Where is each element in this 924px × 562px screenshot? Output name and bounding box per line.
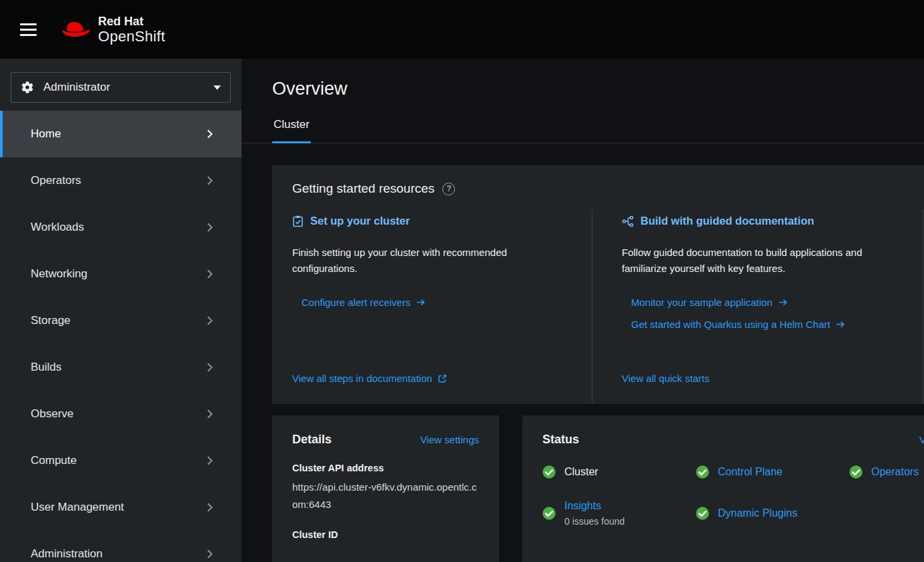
external-link-icon (438, 374, 447, 383)
status-title: Status (542, 433, 924, 447)
chevron-right-icon (206, 409, 213, 419)
chevron-right-icon (206, 549, 213, 559)
status-link-dynamic-plugins[interactable]: Dynamic Plugins (718, 507, 797, 519)
sidebar-item-label: Builds (31, 361, 61, 374)
sidebar-item-label: Storage (31, 314, 71, 327)
chevron-right-icon (206, 503, 213, 512)
getting-started-card: Getting started resources ? Set up you (272, 165, 924, 404)
status-link-operators[interactable]: Operators (871, 466, 919, 478)
view-all-quick-starts-link[interactable]: View all quick starts (622, 373, 896, 384)
sidebar-item-networking[interactable]: Networking (0, 251, 242, 297)
page-title: Overview (272, 79, 924, 99)
sidebar-item-compute[interactable]: Compute (0, 437, 242, 484)
details-card: Details View settings Cluster API addres… (272, 415, 499, 562)
masthead-logo[interactable]: Red Hat OpenShift (61, 15, 165, 45)
guided-documentation-description: Follow guided documentation to build app… (622, 245, 896, 277)
sidebar-item-label: Home (31, 127, 61, 141)
sidebar-item-label: Workloads (31, 221, 84, 234)
sidebar-item-user-management[interactable]: User Management (0, 484, 242, 531)
arrow-right-icon (779, 299, 787, 306)
brand-redhat-text: Red Hat (98, 15, 165, 28)
sidebar-item-label: User Management (31, 501, 124, 514)
sidebar-item-storage[interactable]: Storage (0, 297, 242, 344)
check-circle-icon (542, 507, 556, 520)
status-item-insights: Insights 0 issues found (542, 500, 696, 527)
setup-cluster-column: Set up your cluster Finish setting up yo… (272, 209, 592, 404)
chevron-right-icon (206, 363, 213, 372)
status-item-dynamic-plugins: Dynamic Plugins (696, 500, 849, 527)
chevron-right-icon (206, 269, 213, 279)
status-link-control-plane[interactable]: Control Plane (718, 466, 783, 478)
sidebar-item-label: Administration (31, 547, 103, 561)
check-circle-icon (696, 507, 709, 520)
sidebar-nav: Home Operators Workloads Networking Stor… (0, 111, 242, 562)
sidebar-item-workloads[interactable]: Workloads (0, 204, 242, 251)
redhat-fedora-icon (61, 19, 91, 39)
gear-icon (21, 81, 33, 93)
nav-toggle-button[interactable] (13, 15, 43, 44)
perspective-switcher[interactable]: Administrator (11, 72, 231, 103)
view-all-steps-link[interactable]: View all steps in documentation (292, 373, 565, 384)
chevron-right-icon (206, 456, 213, 465)
status-link-insights[interactable]: Insights (564, 500, 601, 511)
configure-alert-receivers-link[interactable]: Configure alert receivers (302, 297, 565, 308)
details-title: Details (292, 433, 332, 447)
guided-route-icon (622, 215, 634, 227)
status-item-operators: Operators (849, 465, 924, 479)
console-layout: Administrator Home Operators Workloads N… (0, 59, 924, 562)
status-item-cluster: Cluster (542, 465, 696, 479)
masthead: Red Hat OpenShift (0, 0, 924, 59)
chevron-right-icon (206, 176, 213, 185)
details-list: Cluster API address https://api.cluster-… (292, 463, 479, 540)
clipboard-check-icon (292, 215, 304, 227)
check-circle-icon (542, 465, 556, 479)
brand-openshift-text: OpenShift (98, 28, 165, 45)
main-content: Overview Cluster Getting started resourc… (242, 59, 924, 562)
status-grid: Cluster Control Plane Operators Insights (542, 465, 924, 527)
tab-bar: Cluster (242, 114, 924, 143)
chevron-right-icon (206, 129, 213, 139)
help-icon[interactable]: ? (442, 183, 455, 195)
chevron-right-icon (206, 223, 213, 232)
detail-label-cluster-id: Cluster ID (292, 529, 479, 540)
caret-down-icon (213, 85, 221, 90)
view-alerts-link[interactable]: View alerts (919, 434, 924, 445)
arrow-right-icon (836, 321, 845, 328)
sidebar-item-home[interactable]: Home (0, 111, 242, 157)
monitor-sample-application-link[interactable]: Monitor your sample application (631, 297, 896, 308)
insights-issues-count: 0 issues found (564, 516, 624, 527)
check-circle-icon (849, 465, 863, 479)
overview-cards-row: Details View settings Cluster API addres… (272, 415, 924, 562)
setup-cluster-link[interactable]: Set up your cluster (292, 215, 565, 227)
sidebar-item-observe[interactable]: Observe (0, 391, 242, 437)
sidebar-item-label: Compute (31, 454, 77, 467)
quarkus-helm-chart-link[interactable]: Get started with Quarkus using a Helm Ch… (631, 319, 896, 330)
setup-cluster-description: Finish setting up your cluster with reco… (292, 245, 565, 277)
status-item-control-plane: Control Plane (696, 465, 849, 479)
detail-value-cluster-api-address: https://api.cluster-v6fkv.dynamic.opentl… (292, 479, 479, 513)
check-circle-icon (696, 465, 709, 479)
view-settings-link[interactable]: View settings (420, 434, 479, 445)
guided-documentation-column: Build with guided documentation Follow g… (592, 209, 923, 404)
chevron-right-icon (206, 316, 213, 325)
detail-label-cluster-api-address: Cluster API address (292, 463, 479, 473)
sidebar-item-builds[interactable]: Builds (0, 344, 242, 391)
sidebar-item-operators[interactable]: Operators (0, 157, 242, 204)
status-card: Status View alerts Cluster Control Plane… (522, 415, 924, 562)
tab-cluster[interactable]: Cluster (272, 114, 311, 143)
sidebar-item-administration[interactable]: Administration (0, 531, 242, 562)
sidebar-item-label: Networking (31, 267, 87, 281)
status-label-cluster: Cluster (564, 466, 598, 478)
arrow-right-icon (416, 299, 425, 306)
sidebar: Administrator Home Operators Workloads N… (0, 59, 242, 562)
perspective-label: Administrator (43, 81, 110, 94)
sidebar-item-label: Observe (31, 407, 73, 421)
sidebar-item-label: Operators (31, 174, 81, 187)
guided-documentation-link[interactable]: Build with guided documentation (622, 215, 896, 227)
getting-started-title: Getting started resources (292, 181, 434, 196)
